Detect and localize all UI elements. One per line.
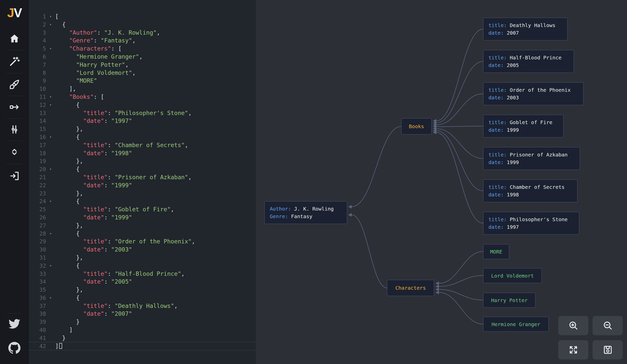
code-text: },: [55, 254, 256, 262]
token: "Deathly Hallows": [115, 303, 174, 309]
fold-spacer: [46, 149, 55, 157]
github-button[interactable]: [6, 341, 23, 355]
code-line[interactable]: 20▾ {: [29, 165, 256, 173]
graph-node-book-deathly-hallows[interactable]: title: Deathly Hallowsdate: 2007: [483, 18, 568, 40]
code-line[interactable]: 14 "date": "1997": [29, 117, 256, 125]
code-line[interactable]: 32▾ {: [29, 262, 256, 270]
code-line[interactable]: 37 "title": "Deathly Hallows",: [29, 302, 256, 310]
code-line[interactable]: 29 "title": "Order of the Phoenix",: [29, 238, 256, 246]
graph-node-book-philosophers-stone[interactable]: title: Philosopher's Stonedate: 1997: [483, 212, 579, 235]
code-line[interactable]: 1▾[: [29, 13, 256, 21]
code-line[interactable]: 12▾ {: [29, 101, 256, 109]
code-line[interactable]: 28▾ {: [29, 230, 256, 238]
code-line[interactable]: 19 },: [29, 157, 256, 165]
code-line[interactable]: 8 "Lord Voldemort",: [29, 69, 256, 77]
line-number: 12: [29, 101, 46, 109]
fold-caret[interactable]: ▾: [46, 93, 55, 101]
fold-caret[interactable]: ▾: [46, 133, 55, 141]
code-line[interactable]: 4 "Genre": "Fantasy",: [29, 37, 256, 45]
graph-node-root[interactable]: Author: J. K. RowlingGenre: Fantasy: [264, 201, 347, 224]
code-line[interactable]: 27 },: [29, 222, 256, 230]
graph-node-book-chamber-of-secrets[interactable]: title: Chamber of Secretsdate: 1998: [483, 179, 577, 202]
line-number: 2: [29, 21, 46, 29]
code-line[interactable]: 41 }: [29, 334, 256, 342]
code-text: "date": "2003": [55, 246, 256, 254]
code-line[interactable]: 26 "date": "1999": [29, 214, 256, 222]
code-line[interactable]: 17 "title": "Chamber of Secrets",: [29, 141, 256, 149]
token: [55, 118, 83, 124]
code-line[interactable]: 36▾ {: [29, 294, 256, 302]
fullscreen-button[interactable]: [558, 340, 588, 359]
graph-node-char-more[interactable]: MORE: [483, 244, 509, 259]
fold-caret[interactable]: ▾: [46, 45, 55, 53]
code-line[interactable]: 2▾ {: [29, 21, 256, 29]
code-text: "Harry Potter",: [55, 61, 256, 69]
twitter-button[interactable]: [6, 317, 23, 331]
clear-brush-button[interactable]: [6, 77, 23, 92]
code-line[interactable]: 13 "title": "Philosopher's Stone",: [29, 109, 256, 117]
code-line[interactable]: 35 },: [29, 286, 256, 294]
code-line[interactable]: 11▾ "Books": [: [29, 93, 256, 101]
line-number: 33: [29, 270, 46, 278]
graph-node-book-prisoner-of-azkaban[interactable]: title: Prisoner of Azkabandate: 1999: [483, 147, 580, 170]
fold-caret[interactable]: ▾: [46, 230, 55, 238]
fold-caret[interactable]: ▾: [46, 21, 55, 29]
code-line[interactable]: 42]: [29, 342, 256, 350]
fold-caret[interactable]: ▾: [46, 13, 55, 21]
adjustments-button[interactable]: [6, 122, 23, 136]
node-key: Author:: [270, 206, 294, 212]
node-value: Prisoner of Azkaban: [510, 152, 568, 158]
code-line[interactable]: 10 ],: [29, 85, 256, 93]
app-logo[interactable]: JV: [0, 6, 29, 20]
code-line[interactable]: 38 "date": "2007": [29, 310, 256, 318]
json-editor-panel[interactable]: 1▾[2▾ {3 "Author": "J. K. Rowling",4 "Ge…: [29, 0, 256, 364]
graph-node-book-order-of-the-phoenix[interactable]: title: Order of the Phoenixdate: 2003: [483, 82, 584, 105]
code-line[interactable]: 40 ]: [29, 326, 256, 334]
graph-node-book-goblet-of-fire[interactable]: title: Goblet of Firedate: 1999: [483, 115, 564, 138]
code-line[interactable]: 5▾ "Characters": [: [29, 45, 256, 53]
graph-node-book-half-blood-prince[interactable]: title: Half-Blood Princedate: 2005: [483, 50, 574, 73]
zoom-out-button[interactable]: [593, 316, 623, 335]
code-line[interactable]: 33 "title": "Half-Blood Prince",: [29, 270, 256, 278]
code-line[interactable]: 39 }: [29, 318, 256, 326]
graph-node-char-lord-voldemort[interactable]: Lord Voldemort: [483, 268, 542, 283]
import-button[interactable]: [6, 169, 23, 183]
code-line[interactable]: 9 "MORE": [29, 77, 256, 85]
fold-caret[interactable]: ▾: [46, 165, 55, 173]
fold-caret[interactable]: ▾: [46, 101, 55, 109]
code-line[interactable]: 24▾ {: [29, 197, 256, 206]
code-editor[interactable]: 1▾[2▾ {3 "Author": "J. K. Rowling",4 "Ge…: [29, 13, 256, 350]
expand-collapse-button[interactable]: [6, 145, 23, 159]
code-line[interactable]: 25 "title": "Goblet of Fire",: [29, 206, 256, 214]
code-line[interactable]: 34 "date": "2005": [29, 278, 256, 286]
code-line[interactable]: 3 "Author": "J. K. Rowling",: [29, 29, 256, 37]
magic-wand-icon: [9, 56, 20, 67]
auto-format-button[interactable]: [6, 54, 23, 69]
graph-node-books[interactable]: Books: [401, 118, 432, 134]
code-line[interactable]: 30 "date": "2003": [29, 246, 256, 254]
code-line[interactable]: 18 "date": "1998": [29, 149, 256, 157]
fold-caret[interactable]: ▾: [46, 262, 55, 270]
home-icon: [9, 33, 20, 44]
graph-panel[interactable]: Author: J. K. RowlingGenre: FantasyBooks…: [256, 0, 627, 364]
code-line[interactable]: 15 },: [29, 125, 256, 133]
fold-caret[interactable]: ▾: [46, 197, 55, 206]
code-line[interactable]: 23 },: [29, 190, 256, 198]
graph-node-char-harry-potter[interactable]: Harry Potter: [483, 293, 535, 308]
code-line[interactable]: 22 "date": "1999": [29, 181, 256, 190]
node-arrow-icon: [9, 102, 20, 113]
zoom-in-button[interactable]: [558, 316, 588, 335]
code-line[interactable]: 16▾ {: [29, 133, 256, 141]
code-line[interactable]: 21 "title": "Prisoner of Azkaban",: [29, 173, 256, 181]
graph-node-characters[interactable]: Characters: [387, 280, 434, 296]
send-to-graph-button[interactable]: [6, 100, 23, 114]
fold-caret[interactable]: ▾: [46, 294, 55, 302]
code-line[interactable]: 7 "Harry Potter",: [29, 61, 256, 69]
graph-node-char-hermione-granger[interactable]: Hermione Granger: [483, 317, 549, 332]
code-line[interactable]: 31 },: [29, 254, 256, 262]
save-button[interactable]: [593, 340, 623, 359]
code-line[interactable]: 6 "Hermione Granger",: [29, 53, 256, 61]
token: :: [94, 37, 101, 44]
token: [55, 238, 83, 245]
home-button[interactable]: [6, 32, 23, 46]
